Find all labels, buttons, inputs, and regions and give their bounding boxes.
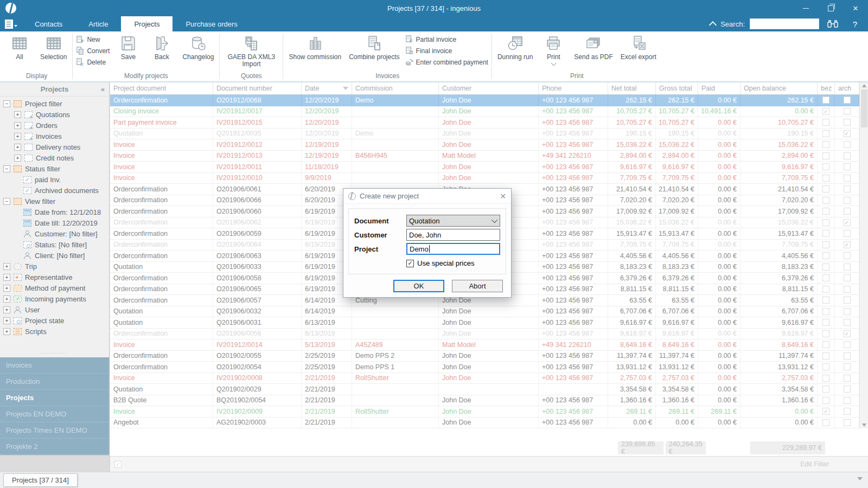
plus-expander-icon[interactable]: + [14, 111, 21, 118]
bez-checkbox[interactable] [822, 208, 829, 215]
collapse-ribbon-icon[interactable] [709, 21, 717, 29]
nav-tab-projects[interactable]: Projects [121, 16, 173, 31]
edit-filter-link[interactable]: Edit Filter [800, 460, 829, 468]
arch-checkbox[interactable] [844, 397, 851, 404]
column-header-project-document[interactable]: Project document [110, 82, 213, 94]
plus-expander-icon[interactable]: + [14, 144, 21, 151]
arch-checkbox[interactable] [844, 286, 851, 293]
arch-checkbox[interactable] [844, 419, 851, 426]
bez-checkbox[interactable] [822, 308, 829, 315]
tree-item-date-till-12-20-2019[interactable]: Date till: 12/20/2019 [0, 217, 109, 228]
back-button[interactable]: Back [146, 34, 177, 62]
tree-item-invoices[interactable]: +Invoices [0, 131, 109, 142]
column-header-document-number[interactable]: Document number [213, 82, 302, 94]
bez-checkbox[interactable] [822, 152, 829, 159]
tree-item-archived-documents[interactable]: Archived documents [0, 185, 109, 196]
column-header-phone[interactable]: Phone [539, 82, 608, 94]
plus-expander-icon[interactable]: + [14, 122, 21, 129]
arch-checkbox[interactable] [844, 230, 851, 237]
panel-button-projects-times-en-demo[interactable]: Projects Times EN DEMO [0, 422, 109, 439]
table-row-iv201902-0008[interactable]: InvoiceIV201902/00082/21/2019RollShutter… [110, 373, 859, 384]
sidebar-collapse-icon[interactable]: « [101, 85, 105, 93]
tree-item-date-from-12-1-2018[interactable]: Date from: 12/1/2018 [0, 207, 109, 217]
selection-button[interactable]: Selection [38, 34, 69, 62]
bottom-tab-projects[interactable]: Projects [37 / 314] [3, 473, 78, 487]
excel-export-button[interactable]: Excel export [618, 34, 659, 62]
column-header-open-balance[interactable]: Open balance [741, 82, 818, 94]
ok-button[interactable]: OK [393, 280, 444, 292]
arch-checkbox[interactable] [844, 341, 851, 348]
filter-footer-checkbox[interactable]: ✓ [114, 461, 122, 468]
bez-checkbox[interactable] [822, 219, 829, 226]
bez-checkbox[interactable] [822, 319, 829, 326]
save-button[interactable]: Save [113, 34, 143, 62]
tree-item-quotations[interactable]: +Quotations [0, 109, 109, 120]
enter-combined-payment-button[interactable]: Enter combined payment [405, 58, 488, 66]
arch-checkbox[interactable] [844, 386, 851, 393]
abort-button[interactable]: Abort [452, 280, 503, 292]
scroll-thumb[interactable] [861, 89, 867, 127]
arch-checkbox[interactable] [844, 119, 851, 126]
table-row-o201902-0055[interactable]: OrderconfirmationO201902/00552/25/2019De… [110, 351, 859, 362]
minus-expander-icon[interactable]: − [3, 198, 10, 205]
arch-checkbox[interactable]: ✓ [844, 330, 851, 337]
convert-button[interactable]: Convert [76, 47, 110, 55]
bez-checkbox[interactable] [822, 264, 829, 271]
column-header-commission[interactable]: Commission [352, 82, 439, 94]
bez-checkbox[interactable] [822, 363, 829, 370]
tree-item-delivery-notes[interactable]: +Delivery notes [0, 142, 109, 152]
plus-expander-icon[interactable]: + [14, 133, 21, 140]
plus-expander-icon[interactable]: + [3, 263, 10, 270]
table-row-iv201912-0011[interactable]: InvoiceIV201912/001111/18/2019John Doe+0… [110, 162, 859, 173]
panel-button-projects-en-demo[interactable]: Projects EN DEMO [0, 406, 109, 422]
bez-checkbox[interactable] [822, 375, 829, 382]
project-input[interactable]: Demo [406, 243, 500, 255]
arch-checkbox[interactable] [844, 208, 851, 215]
bez-checkbox[interactable] [822, 119, 829, 126]
plus-expander-icon[interactable]: + [3, 306, 10, 313]
bez-checkbox[interactable] [822, 252, 829, 259]
dialog-close-icon[interactable]: ✕ [495, 192, 511, 201]
final-invoice-button[interactable]: Final invoice [405, 47, 488, 55]
table-row-iv201902-0009[interactable]: InvoiceIV201902/00092/21/2019RollShutter… [110, 406, 859, 418]
tree-item-client-no-filter[interactable]: Client: [No filter] [0, 250, 109, 261]
bez-checkbox[interactable] [822, 197, 829, 204]
arch-checkbox[interactable] [844, 408, 851, 415]
table-row-q201902-0029[interactable]: QuotationQ201902/00292/21/20193,354.58 €… [110, 384, 859, 395]
table-row-q201906-0032[interactable]: QuotationQ201906/00326/14/2019John Doe+0… [110, 306, 859, 318]
arch-checkbox[interactable]: ✓ [844, 130, 851, 137]
tree-item-status-filter[interactable]: −Status filter [0, 163, 109, 174]
column-header-net-total[interactable]: Net total [608, 82, 656, 94]
bez-checkbox[interactable]: ✓ [822, 108, 829, 115]
column-header-date[interactable]: Date [302, 82, 352, 94]
bez-checkbox[interactable] [822, 419, 829, 426]
arch-checkbox[interactable] [844, 264, 851, 271]
arch-checkbox[interactable] [844, 352, 851, 359]
tree-item-representative[interactable]: +Representative [0, 272, 109, 282]
table-row-iv201912-0015[interactable]: Part payment invoiceIV201912/001512/20/2… [110, 117, 859, 129]
arch-checkbox[interactable]: ✓ [844, 241, 851, 248]
arch-checkbox[interactable] [844, 108, 851, 115]
document-type-select[interactable]: Quotation [406, 215, 500, 227]
table-row-ag201902-0003[interactable]: AngebotAG201902/00032/21/2019John Doe+00… [110, 418, 859, 429]
table-row-q201906-0031[interactable]: QuotationQ201906/00316/13/2019John Doe+0… [110, 317, 859, 329]
bez-checkbox[interactable] [822, 230, 829, 237]
gaeb-import-button[interactable]: GAEB DA XML3 Import [223, 34, 279, 69]
app-menu-button[interactable] [0, 16, 22, 31]
bez-checkbox[interactable] [822, 330, 829, 337]
tree-item-paid-inv[interactable]: paid Inv. [0, 174, 109, 185]
tree-item-project-filter[interactable]: −Project filter [0, 98, 109, 109]
scroll-down-icon[interactable] [862, 423, 866, 427]
arch-checkbox[interactable] [844, 375, 851, 382]
panel-button-invoices[interactable]: Invoices [0, 357, 109, 374]
minus-expander-icon[interactable]: − [3, 165, 10, 172]
arch-checkbox[interactable] [844, 319, 851, 326]
tree-item-trip[interactable]: +Trip [0, 261, 109, 272]
bez-checkbox[interactable] [822, 352, 829, 359]
table-row-iv201912-0014[interactable]: InvoiceIV201912/00145/13/2019A45Z489Matt… [110, 339, 859, 351]
scroll-up-icon[interactable] [862, 84, 866, 87]
filter-dropdown-icon[interactable] [857, 477, 863, 480]
nav-tab-article[interactable]: Article [75, 16, 121, 31]
bez-checkbox[interactable] [822, 241, 829, 248]
plus-expander-icon[interactable]: + [3, 328, 10, 335]
